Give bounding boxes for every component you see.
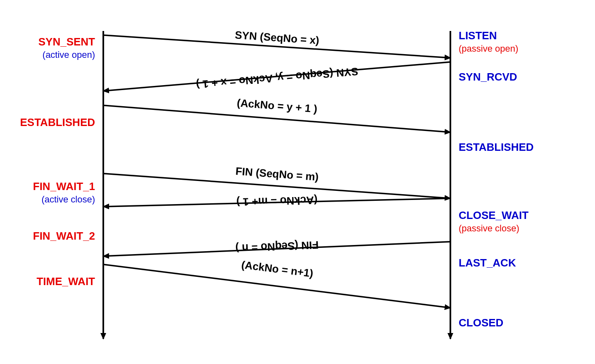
left-state-5: FIN_WAIT_2 <box>33 230 95 242</box>
right-state-5: (passive close) <box>459 223 519 233</box>
right-state-7: CLOSED <box>459 316 503 329</box>
tcp-sequence-diagram: SYN (SeqNo = x)SYN (SeqNo = y, AckNo = x… <box>0 0 595 364</box>
message-label-m3: (AckNo = y + 1 ) <box>236 97 318 115</box>
message-label-m7: (AckNo = n+1) <box>241 258 314 279</box>
message-label-m2: SYN (SeqNo = y, AckNo = x + 1 ) <box>195 65 359 91</box>
left-state-1: (active open) <box>43 50 95 60</box>
right-state-2: SYN_RCVD <box>459 71 517 83</box>
right-state-0: LISTEN <box>459 29 497 42</box>
right-state-6: LAST_ACK <box>459 257 516 269</box>
left-state-4: (active close) <box>41 194 95 205</box>
message-label-m5: (AckNo = m+ 1 ) <box>236 194 318 209</box>
message-label-m4: FIN (SeqNo = m) <box>235 165 319 183</box>
right-state-4: CLOSE_WAIT <box>459 209 528 221</box>
right-state-3: ESTABLISHED <box>459 141 534 153</box>
message-label-m6: FIN (SeqNo = n ) <box>235 239 319 255</box>
messages-group: SYN (SeqNo = x)SYN (SeqNo = y, AckNo = x… <box>103 29 450 308</box>
left-state-2: ESTABLISHED <box>20 116 95 128</box>
left-states-group: SYN_SENT(active open)ESTABLISHEDFIN_WAIT… <box>20 36 95 288</box>
right-state-1: (passive open) <box>459 43 518 54</box>
left-state-6: TIME_WAIT <box>36 275 95 288</box>
right-states-group: LISTEN(passive open)SYN_RCVDESTABLISHEDC… <box>459 29 534 329</box>
left-state-3: FIN_WAIT_1 <box>33 180 95 193</box>
left-state-0: SYN_SENT <box>38 36 95 48</box>
